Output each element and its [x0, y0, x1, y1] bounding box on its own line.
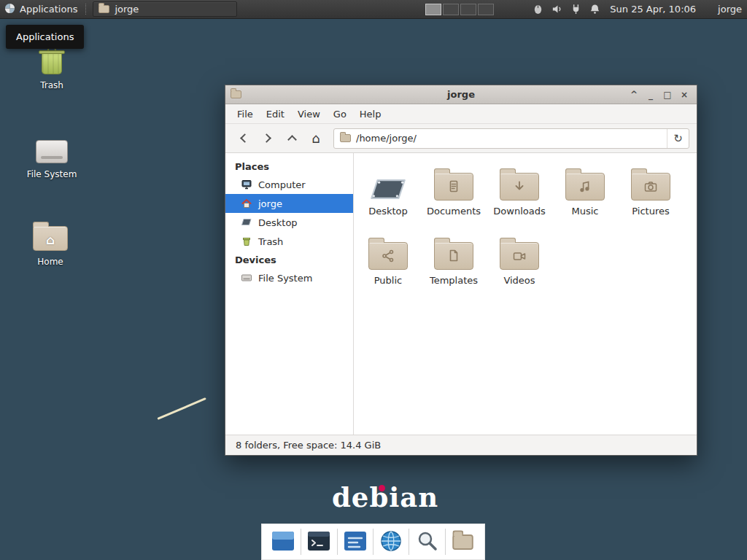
- menu-file[interactable]: File: [231, 106, 260, 122]
- computer-icon: [241, 179, 252, 190]
- notifications-bell-icon[interactable]: [589, 3, 601, 15]
- folder-item-pictures[interactable]: Pictures: [618, 160, 684, 230]
- workspace-2[interactable]: [443, 4, 459, 15]
- sidebar-item-jorge[interactable]: jorge: [225, 194, 353, 213]
- home-icon: ⌂: [311, 132, 320, 145]
- forward-button[interactable]: [257, 128, 279, 149]
- sidebar-item-desktop[interactable]: Desktop: [225, 213, 353, 232]
- debian-wordmark: debian: [332, 481, 438, 513]
- folder-item-videos[interactable]: Videos: [487, 230, 552, 299]
- folder-item-desktop[interactable]: Desktop: [355, 160, 421, 230]
- user-menu[interactable]: jorge: [718, 4, 743, 15]
- status-bar: 8 folders, Free space: 14.4 GiB: [225, 435, 697, 455]
- dock-item-terminal[interactable]: [303, 526, 334, 557]
- public-folder-icon: [368, 242, 408, 270]
- back-button[interactable]: [233, 128, 255, 149]
- cli-settings-icon: [342, 528, 368, 556]
- desktop-icon-file-system[interactable]: File System: [20, 125, 83, 179]
- applications-tooltip: Applications: [6, 25, 84, 49]
- menu-view[interactable]: View: [291, 106, 327, 122]
- close-button[interactable]: ×: [677, 88, 692, 101]
- pictures-folder-icon: [631, 173, 670, 201]
- sidebar-item-label: Desktop: [258, 217, 298, 228]
- folder-item-templates[interactable]: Templates: [421, 230, 487, 299]
- system-tray: [532, 3, 601, 15]
- applications-label: Applications: [20, 4, 77, 15]
- folder-item-public[interactable]: Public: [355, 230, 421, 299]
- menu-help[interactable]: Help: [353, 106, 388, 122]
- devices-header: Devices: [225, 251, 353, 268]
- applications-icon: [4, 3, 15, 16]
- home-folder-icon: ⌂: [19, 213, 82, 251]
- folder-label: Documents: [427, 206, 481, 217]
- home-icon: [241, 198, 252, 209]
- reload-button[interactable]: ↻: [667, 129, 689, 148]
- dock-item-cli-settings[interactable]: [340, 526, 371, 557]
- application-finder-icon: [414, 528, 441, 556]
- documents-folder-icon: [434, 173, 473, 201]
- folder-view: Desktop Documents Downloads: [354, 153, 697, 435]
- dock-item-web-browser[interactable]: [376, 526, 406, 557]
- sidebar-item-label: Computer: [258, 179, 306, 190]
- folder-item-documents[interactable]: Documents: [421, 160, 487, 230]
- workspace-switcher[interactable]: [425, 4, 494, 15]
- web-browser-icon: [378, 528, 404, 556]
- places-sidebar: Places Computer jorge: [225, 153, 354, 435]
- videos-folder-icon: [500, 242, 539, 270]
- dock-item-app-finder[interactable]: [412, 526, 443, 557]
- desktop-surface-icon: [369, 160, 407, 206]
- folder-label: Templates: [430, 275, 478, 286]
- folder-icon: [98, 5, 109, 13]
- folder-item-downloads[interactable]: Downloads: [487, 160, 552, 230]
- file-manager-window: jorge ^ _ □ × File Edit View Go Help ⌂ ↻: [225, 85, 697, 456]
- sidebar-item-trash[interactable]: Trash: [225, 232, 353, 251]
- location-bar[interactable]: ↻: [333, 128, 689, 149]
- workspace-1[interactable]: [425, 4, 441, 15]
- chevron-left-icon: [240, 133, 249, 143]
- minimize-button[interactable]: _: [643, 88, 658, 101]
- desktop-icon-label: File System: [20, 169, 83, 179]
- maximize-button[interactable]: □: [660, 88, 675, 101]
- up-button[interactable]: [281, 128, 303, 149]
- sidebar-item-file-system[interactable]: File System: [225, 268, 353, 287]
- dock-separator: [445, 529, 446, 555]
- desktop-icon-label: Home: [19, 257, 82, 267]
- folder-label: Desktop: [368, 206, 408, 217]
- sidebar-item-computer[interactable]: Computer: [225, 175, 353, 194]
- dock-separator: [337, 529, 338, 555]
- folder-label: Videos: [503, 275, 535, 286]
- workspace-3[interactable]: [460, 4, 476, 15]
- dock-separator: [373, 529, 374, 555]
- location-input[interactable]: [356, 133, 667, 144]
- dock-separator: [409, 529, 409, 555]
- menu-go[interactable]: Go: [327, 106, 353, 122]
- dock-item-folder[interactable]: [448, 526, 479, 557]
- mouse-icon[interactable]: [532, 3, 544, 15]
- sidebar-item-label: File System: [258, 273, 312, 284]
- window-titlebar[interactable]: jorge ^ _ □ ×: [225, 85, 697, 104]
- desktop-icon-label: Trash: [20, 80, 83, 90]
- toolbar: ⌂ ↻: [225, 124, 697, 153]
- status-text: 8 folders, Free space: 14.4 GiB: [236, 440, 381, 451]
- panel-right: Sun 25 Apr, 10:06 jorge: [425, 3, 747, 15]
- chevron-up-icon: [287, 135, 297, 144]
- sidebar-item-label: jorge: [258, 198, 282, 209]
- taskbar-window-button[interactable]: jorge: [93, 1, 237, 17]
- applications-menu-button[interactable]: Applications: [0, 0, 84, 18]
- menu-bar: File Edit View Go Help: [225, 104, 697, 124]
- top-panel: Applications jorge: [0, 0, 747, 19]
- dock-item-file-manager[interactable]: [268, 526, 298, 557]
- home-button[interactable]: ⌂: [305, 128, 327, 149]
- dock: [261, 524, 485, 560]
- menu-edit[interactable]: Edit: [260, 106, 291, 122]
- workspace-4[interactable]: [478, 4, 494, 15]
- folder-label: Public: [374, 275, 402, 286]
- folder-item-music[interactable]: Music: [552, 160, 618, 230]
- clock[interactable]: Sun 25 Apr, 10:06: [610, 4, 696, 15]
- volume-icon[interactable]: [551, 3, 563, 15]
- panel-grip[interactable]: [85, 4, 89, 15]
- power-plug-icon[interactable]: [570, 3, 582, 15]
- desktop-icon-home[interactable]: ⌂ Home: [19, 213, 82, 267]
- shade-button[interactable]: ^: [627, 88, 641, 101]
- hard-drive-icon: [241, 272, 252, 284]
